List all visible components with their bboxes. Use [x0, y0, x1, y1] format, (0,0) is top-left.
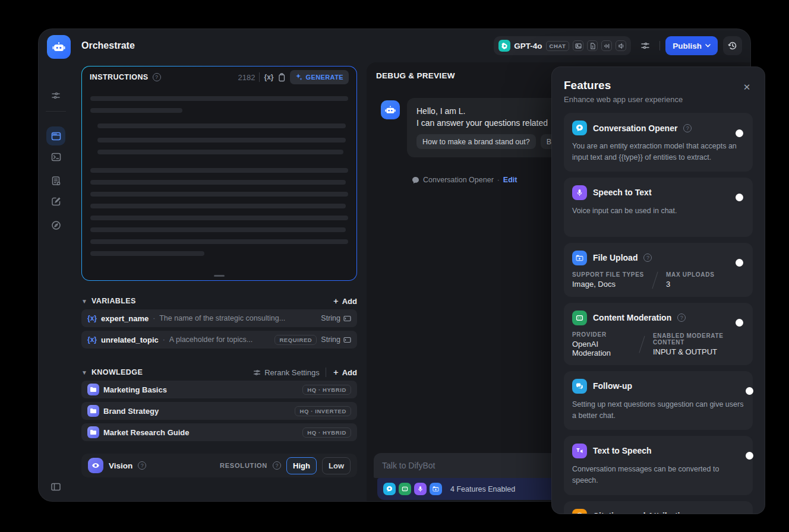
conversation-opener-icon: [383, 483, 396, 495]
sidebar: [39, 29, 73, 501]
kv-label: SUPPORT FILE TYPES: [572, 271, 644, 278]
instructions-title: INSTRUCTIONS: [90, 73, 149, 81]
input-field-icon: [343, 336, 351, 344]
feature-card-citations: Citations and Attributions Show source d…: [564, 501, 753, 515]
kv-label: MAX UPLOADS: [666, 271, 715, 278]
slash-divider: [639, 335, 645, 353]
chevron-down-icon: [705, 44, 711, 48]
publish-label: Publish: [673, 42, 702, 50]
document-icon: [587, 40, 598, 51]
model-selector[interactable]: GPT-4o CHAT: [494, 36, 631, 55]
content-moderation-icon: [399, 483, 411, 495]
bot-avatar: [381, 100, 400, 119]
insert-variable-icon[interactable]: {x}: [264, 73, 273, 81]
sidebar-item-terminal[interactable]: [46, 147, 65, 166]
knowledge-badge: HQ · HYBRID: [302, 385, 351, 395]
sidebar-item-logs[interactable]: [46, 171, 65, 190]
feature-card-speech-to-text: Speech to Text Voice input can be used i…: [564, 178, 753, 237]
kv-value: INPUT & OUTPUT: [653, 347, 744, 356]
knowledge-row[interactable]: Market Research Guide HQ · HYBRID: [81, 423, 357, 441]
speech-to-text-icon: [414, 483, 427, 495]
sidebar-item-orchestrate[interactable]: [46, 126, 65, 145]
add-knowledge-button[interactable]: ＋ Add: [332, 367, 357, 378]
configuration-pane: INSTRUCTIONS ? 2182 {x} GENERATE: [81, 62, 357, 501]
skeleton-line: [97, 150, 343, 154]
help-icon[interactable]: ?: [643, 254, 652, 262]
variable-row[interactable]: {x} expert_name · The name of the strate…: [81, 309, 357, 327]
feature-name: File Upload: [593, 253, 637, 262]
help-icon[interactable]: ?: [683, 124, 692, 132]
app-logo-robot-icon[interactable]: [47, 35, 71, 59]
publish-button[interactable]: Publish: [665, 36, 718, 55]
history-icon[interactable]: [723, 36, 742, 55]
help-icon[interactable]: ?: [153, 73, 161, 81]
chevron-down-icon[interactable]: ▼: [81, 298, 87, 305]
skeleton-line: [90, 180, 346, 185]
sidebar-item-annotation[interactable]: [46, 192, 65, 211]
debug-title: DEBUG & PREVIEW: [376, 71, 455, 80]
chevron-down-icon[interactable]: ▼: [81, 369, 87, 376]
feature-card-text-to-speech: Text to Speech Conversation messages can…: [564, 436, 753, 495]
feature-card-file-upload: File Upload ? SUPPORT FILE TYPES Image, …: [564, 243, 753, 297]
variable-icon: {x}: [87, 314, 97, 322]
feature-name: Citations and Attributions: [593, 511, 695, 514]
audio-icon: [601, 40, 612, 51]
feature-card-content-moderation: Content Moderation ? PROVIDER OpenAI Mod…: [564, 303, 753, 365]
file-upload-icon: [430, 483, 442, 495]
edit-opener-link[interactable]: Edit: [503, 176, 517, 184]
skeleton-line: [90, 216, 348, 220]
follow-up-icon: [572, 379, 587, 394]
help-icon[interactable]: ?: [677, 314, 686, 322]
speech-to-text-icon: [572, 185, 587, 200]
dot-separator: ·: [163, 335, 165, 344]
model-parameters-icon[interactable]: [636, 37, 654, 55]
skeleton-line: [97, 138, 346, 142]
add-variable-button[interactable]: ＋ Add: [332, 296, 357, 306]
instructions-panel: INSTRUCTIONS ? 2182 {x} GENERATE: [81, 66, 357, 281]
close-icon[interactable]: ✕: [740, 80, 754, 94]
openai-icon: [498, 40, 510, 52]
char-count: 2182: [238, 73, 255, 82]
skeleton-line: [90, 239, 348, 244]
knowledge-row[interactable]: Marketing Basics HQ · HYBRID: [81, 381, 357, 398]
variables-title: VARIABLES: [91, 297, 136, 305]
knowledge-name: Marketing Basics: [103, 385, 298, 394]
required-badge: REQUIRED: [274, 335, 317, 345]
knowledge-title: KNOWLEDGE: [91, 368, 143, 376]
knowledge-row[interactable]: Brand Strategy HQ · INVERTED: [81, 402, 357, 420]
instructions-editor[interactable]: [82, 88, 356, 256]
knowledge-name: Brand Strategy: [103, 407, 291, 416]
rerank-settings-button[interactable]: Rerank Settings: [253, 368, 320, 377]
features-enabled-label: 4 Features Enabled: [450, 485, 515, 493]
help-icon[interactable]: ?: [273, 461, 281, 470]
sidebar-divider: [46, 111, 66, 112]
sparkle-icon: [295, 74, 302, 81]
resolution-low-button[interactable]: Low: [322, 457, 351, 474]
chat-bubble-icon: [412, 176, 419, 184]
generate-button[interactable]: GENERATE: [290, 70, 349, 84]
variable-type: String: [321, 314, 351, 322]
collapse-sidebar-icon[interactable]: [46, 477, 65, 496]
features-panel-title: Features: [564, 79, 753, 92]
feature-name: Speech to Text: [593, 188, 652, 197]
knowledge-folder-icon: [87, 426, 99, 438]
model-settings-icon[interactable]: [46, 86, 65, 105]
feature-desc: Conversation messages can be converted t…: [572, 464, 744, 487]
rerank-label: Rerank Settings: [264, 368, 320, 377]
page-title: Orchestrate: [81, 40, 135, 51]
variable-row[interactable]: {x} unrelated_topic · A placeholder for …: [81, 331, 357, 349]
feature-name: Text to Speech: [593, 446, 652, 455]
knowledge-badge: HQ · HYBRID: [302, 428, 351, 438]
slash-divider: [652, 271, 658, 289]
dot-separator: ·: [153, 314, 155, 322]
feature-card-follow-up: Follow-up Setting up next questions sugg…: [564, 371, 753, 430]
feature-desc: Voice input can be used in chat.: [572, 205, 744, 229]
copy-icon[interactable]: [277, 73, 286, 82]
citations-icon: [572, 509, 587, 515]
resize-handle[interactable]: [214, 275, 225, 277]
help-icon[interactable]: ?: [138, 461, 146, 470]
sidebar-item-monitoring[interactable]: [46, 216, 65, 235]
sliders-icon: [253, 369, 261, 376]
suggestion-chip[interactable]: How to make a brand stand out?: [416, 134, 536, 149]
resolution-high-button[interactable]: High: [286, 457, 317, 474]
